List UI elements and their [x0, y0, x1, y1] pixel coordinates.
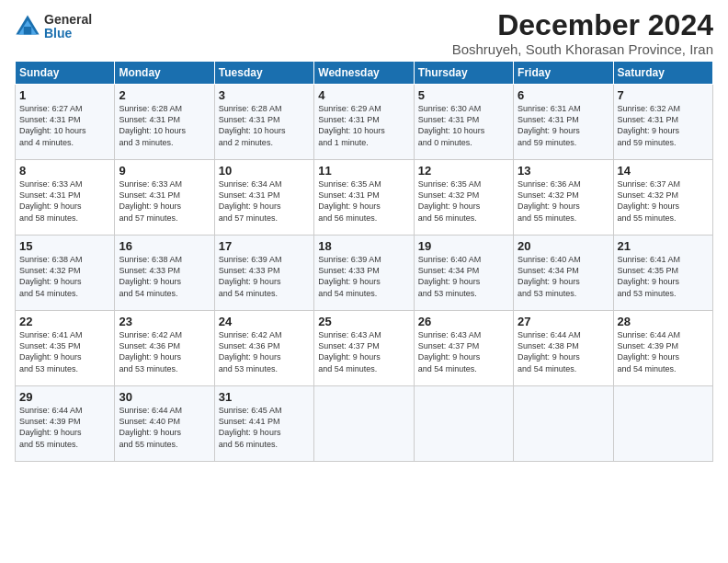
- logo-general-text: General: [44, 13, 92, 27]
- day-detail: Sunrise: 6:41 AM Sunset: 4:35 PM Dayligh…: [19, 329, 110, 374]
- day-detail: Sunrise: 6:28 AM Sunset: 4:31 PM Dayligh…: [219, 103, 310, 148]
- table-row: 15Sunrise: 6:38 AM Sunset: 4:32 PM Dayli…: [16, 236, 115, 311]
- day-number: 14: [618, 164, 709, 178]
- header: General Blue December 2024 Boshruyeh, So…: [15, 9, 713, 57]
- table-row: 10Sunrise: 6:34 AM Sunset: 4:31 PM Dayli…: [214, 160, 313, 236]
- day-number: 12: [418, 164, 509, 178]
- header-thursday: Thursday: [414, 62, 513, 85]
- day-number: 31: [219, 390, 310, 404]
- day-detail: Sunrise: 6:40 AM Sunset: 4:34 PM Dayligh…: [418, 254, 509, 299]
- day-detail: Sunrise: 6:35 AM Sunset: 4:31 PM Dayligh…: [318, 178, 409, 224]
- day-number: 15: [19, 239, 110, 253]
- day-detail: Sunrise: 6:33 AM Sunset: 4:31 PM Dayligh…: [19, 178, 110, 224]
- day-detail: Sunrise: 6:42 AM Sunset: 4:36 PM Dayligh…: [219, 329, 310, 374]
- day-detail: Sunrise: 6:33 AM Sunset: 4:31 PM Dayligh…: [119, 178, 210, 224]
- title-block: December 2024 Boshruyeh, South Khorasan …: [452, 9, 713, 57]
- day-number: 11: [318, 164, 409, 178]
- table-row: 4Sunrise: 6:29 AM Sunset: 4:31 PM Daylig…: [314, 85, 414, 160]
- day-detail: Sunrise: 6:44 AM Sunset: 4:40 PM Dayligh…: [119, 405, 210, 450]
- table-row: 30Sunrise: 6:44 AM Sunset: 4:40 PM Dayli…: [115, 386, 214, 462]
- day-number: 30: [119, 390, 210, 404]
- table-row: 19Sunrise: 6:40 AM Sunset: 4:34 PM Dayli…: [414, 236, 513, 311]
- table-row: 29Sunrise: 6:44 AM Sunset: 4:39 PM Dayli…: [16, 386, 115, 462]
- day-number: 7: [618, 88, 709, 102]
- header-sunday: Sunday: [16, 62, 115, 85]
- day-detail: Sunrise: 6:44 AM Sunset: 4:38 PM Dayligh…: [518, 329, 609, 374]
- day-number: 17: [219, 239, 310, 253]
- day-number: 9: [119, 164, 210, 178]
- table-row: 24Sunrise: 6:42 AM Sunset: 4:36 PM Dayli…: [214, 311, 313, 386]
- day-detail: Sunrise: 6:41 AM Sunset: 4:35 PM Dayligh…: [618, 254, 709, 299]
- calendar-week-row: 15Sunrise: 6:38 AM Sunset: 4:32 PM Dayli…: [16, 236, 713, 311]
- day-number: 5: [418, 88, 509, 102]
- table-row: [314, 386, 414, 462]
- table-row: 3Sunrise: 6:28 AM Sunset: 4:31 PM Daylig…: [214, 85, 313, 160]
- logo-icon: [15, 14, 40, 40]
- table-row: 2Sunrise: 6:28 AM Sunset: 4:31 PM Daylig…: [115, 85, 214, 160]
- day-detail: Sunrise: 6:38 AM Sunset: 4:32 PM Dayligh…: [19, 254, 110, 299]
- day-number: 22: [19, 315, 110, 328]
- day-detail: Sunrise: 6:29 AM Sunset: 4:31 PM Dayligh…: [318, 103, 409, 148]
- table-row: 21Sunrise: 6:41 AM Sunset: 4:35 PM Dayli…: [613, 236, 712, 311]
- day-detail: Sunrise: 6:27 AM Sunset: 4:31 PM Dayligh…: [19, 103, 110, 148]
- day-detail: Sunrise: 6:38 AM Sunset: 4:33 PM Dayligh…: [119, 254, 210, 299]
- day-detail: Sunrise: 6:43 AM Sunset: 4:37 PM Dayligh…: [318, 329, 409, 374]
- day-detail: Sunrise: 6:40 AM Sunset: 4:34 PM Dayligh…: [518, 254, 609, 299]
- header-monday: Monday: [115, 62, 214, 85]
- day-number: 19: [418, 239, 509, 253]
- day-detail: Sunrise: 6:32 AM Sunset: 4:31 PM Dayligh…: [618, 103, 709, 148]
- header-friday: Friday: [514, 62, 613, 85]
- table-row: 14Sunrise: 6:37 AM Sunset: 4:32 PM Dayli…: [613, 160, 712, 236]
- calendar-week-row: 1Sunrise: 6:27 AM Sunset: 4:31 PM Daylig…: [16, 85, 713, 160]
- day-number: 8: [19, 164, 110, 178]
- day-detail: Sunrise: 6:43 AM Sunset: 4:37 PM Dayligh…: [418, 329, 509, 374]
- table-row: [414, 386, 513, 462]
- logo-text: General Blue: [44, 13, 92, 41]
- calendar-week-row: 29Sunrise: 6:44 AM Sunset: 4:39 PM Dayli…: [16, 386, 713, 462]
- day-detail: Sunrise: 6:36 AM Sunset: 4:32 PM Dayligh…: [518, 178, 609, 224]
- table-row: 9Sunrise: 6:33 AM Sunset: 4:31 PM Daylig…: [115, 160, 214, 236]
- header-tuesday: Tuesday: [214, 62, 313, 85]
- day-number: 25: [318, 315, 409, 328]
- calendar-table: Sunday Monday Tuesday Wednesday Thursday…: [15, 61, 713, 462]
- table-row: 22Sunrise: 6:41 AM Sunset: 4:35 PM Dayli…: [16, 311, 115, 386]
- day-number: 28: [618, 315, 709, 328]
- table-row: 8Sunrise: 6:33 AM Sunset: 4:31 PM Daylig…: [16, 160, 115, 236]
- day-detail: Sunrise: 6:28 AM Sunset: 4:31 PM Dayligh…: [119, 103, 210, 148]
- table-row: 28Sunrise: 6:44 AM Sunset: 4:39 PM Dayli…: [613, 311, 712, 386]
- table-row: 18Sunrise: 6:39 AM Sunset: 4:33 PM Dayli…: [314, 236, 414, 311]
- table-row: 27Sunrise: 6:44 AM Sunset: 4:38 PM Dayli…: [514, 311, 613, 386]
- table-row: 23Sunrise: 6:42 AM Sunset: 4:36 PM Dayli…: [115, 311, 214, 386]
- day-number: 24: [219, 315, 310, 328]
- calendar-week-row: 8Sunrise: 6:33 AM Sunset: 4:31 PM Daylig…: [16, 160, 713, 236]
- table-row: 13Sunrise: 6:36 AM Sunset: 4:32 PM Dayli…: [514, 160, 613, 236]
- day-number: 1: [19, 88, 110, 102]
- day-detail: Sunrise: 6:45 AM Sunset: 4:41 PM Dayligh…: [219, 405, 310, 450]
- table-row: [613, 386, 712, 462]
- calendar-week-row: 22Sunrise: 6:41 AM Sunset: 4:35 PM Dayli…: [16, 311, 713, 386]
- table-row: 17Sunrise: 6:39 AM Sunset: 4:33 PM Dayli…: [214, 236, 313, 311]
- table-row: 6Sunrise: 6:31 AM Sunset: 4:31 PM Daylig…: [514, 85, 613, 160]
- day-number: 21: [618, 239, 709, 253]
- svg-rect-2: [24, 27, 31, 34]
- day-number: 18: [318, 239, 409, 253]
- table-row: 31Sunrise: 6:45 AM Sunset: 4:41 PM Dayli…: [214, 386, 313, 462]
- day-number: 20: [518, 239, 609, 253]
- day-detail: Sunrise: 6:31 AM Sunset: 4:31 PM Dayligh…: [518, 103, 609, 148]
- month-title: December 2024: [452, 9, 713, 41]
- day-detail: Sunrise: 6:35 AM Sunset: 4:32 PM Dayligh…: [418, 178, 509, 224]
- day-number: 13: [518, 164, 609, 178]
- day-number: 16: [119, 239, 210, 253]
- day-number: 29: [19, 390, 110, 404]
- day-number: 6: [518, 88, 609, 102]
- day-number: 3: [219, 88, 310, 102]
- table-row: 26Sunrise: 6:43 AM Sunset: 4:37 PM Dayli…: [414, 311, 513, 386]
- header-wednesday: Wednesday: [314, 62, 414, 85]
- header-saturday: Saturday: [613, 62, 712, 85]
- day-number: 23: [119, 315, 210, 328]
- table-row: 1Sunrise: 6:27 AM Sunset: 4:31 PM Daylig…: [16, 85, 115, 160]
- day-number: 10: [219, 164, 310, 178]
- table-row: [514, 386, 613, 462]
- table-row: 5Sunrise: 6:30 AM Sunset: 4:31 PM Daylig…: [414, 85, 513, 160]
- table-row: 25Sunrise: 6:43 AM Sunset: 4:37 PM Dayli…: [314, 311, 414, 386]
